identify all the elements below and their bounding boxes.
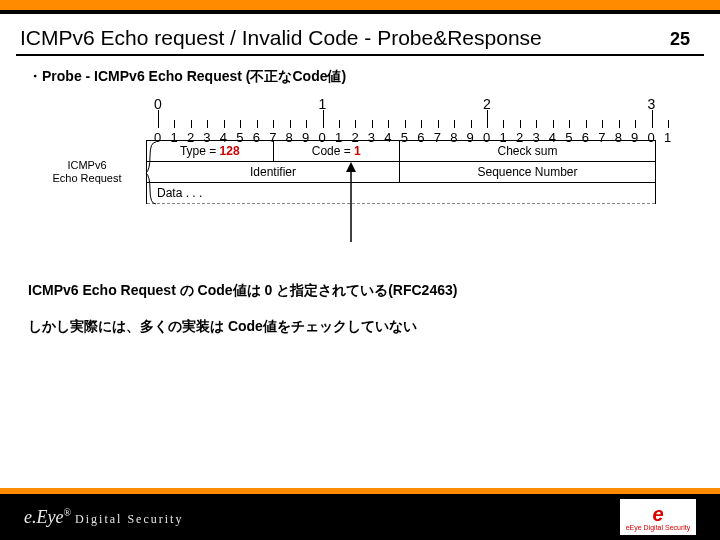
- type-value: 128: [220, 144, 240, 158]
- identifier-cell: Identifier: [147, 162, 400, 182]
- packet-row-2: Identifier Sequence Number: [147, 162, 655, 183]
- slide-header: ICMPv6 Echo request / Invalid Code - Pro…: [0, 14, 720, 54]
- page-number: 25: [670, 29, 690, 50]
- slide-title: ICMPv6 Echo request / Invalid Code - Pro…: [20, 26, 670, 50]
- note-implementation: しかし実際には、多くの実装は Code値をチェックしていない: [28, 318, 692, 336]
- side-label-line1: ICMPv6: [28, 159, 146, 172]
- packet-row-3: Data . . .: [147, 183, 655, 204]
- bullet-text: ・Probe - ICMPv6 Echo Request (不正なCode値): [28, 68, 692, 86]
- curly-brace: [144, 140, 160, 206]
- packet-rows: Type = 128 Code = 1 Check sum Identifier…: [146, 140, 656, 204]
- bit-ruler: 001234567890112345678902123456789031: [158, 100, 668, 140]
- arrow-to-code: [344, 162, 358, 242]
- content-area: ・Probe - ICMPv6 Echo Request (不正なCode値) …: [0, 68, 720, 336]
- footer: e.Eye®Digital Security e eEye Digital Se…: [0, 488, 720, 540]
- packet-diagram: 001234567890112345678902123456789031 ICM…: [158, 100, 692, 204]
- footer-black-bar: e.Eye®Digital Security e eEye Digital Se…: [0, 494, 720, 540]
- svg-marker-1: [346, 162, 356, 172]
- sequence-cell: Sequence Number: [400, 162, 655, 182]
- code-value: 1: [354, 144, 361, 158]
- brand-logo-left: e.Eye®Digital Security: [24, 507, 183, 528]
- brand-logo-right: e eEye Digital Security: [620, 499, 696, 535]
- side-label-line2: Echo Request: [28, 172, 146, 185]
- side-label: ICMPv6 Echo Request: [28, 140, 146, 204]
- note-rfc: ICMPv6 Echo Request の Code値は 0 と指定されている(…: [28, 282, 692, 300]
- top-orange-bar: [0, 0, 720, 10]
- data-cell: Data . . .: [147, 183, 247, 203]
- title-underline: [16, 54, 704, 56]
- rows-wrap: ICMPv6 Echo Request Type = 128 Code = 1 …: [28, 140, 692, 204]
